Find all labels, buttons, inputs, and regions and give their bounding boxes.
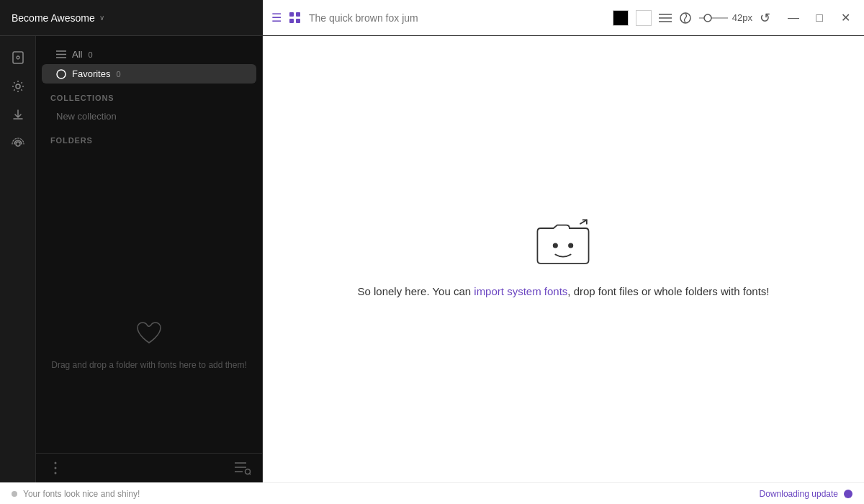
color-swatch-black[interactable] xyxy=(613,10,629,26)
import-system-fonts-link[interactable]: import system fonts xyxy=(474,285,567,297)
sidebar-bottom-bar xyxy=(36,453,262,482)
font-size-value: 42px xyxy=(732,12,752,23)
statusbar: Your fonts look nice and shiny! Download… xyxy=(0,482,864,504)
new-collection-item[interactable]: New collection xyxy=(42,107,256,126)
drag-drop-area: Drag and drop a folder with fonts here t… xyxy=(36,239,262,454)
download-icon-btn[interactable] xyxy=(5,102,31,128)
favorites-label: Favorites xyxy=(72,68,110,79)
swirl-icon[interactable] xyxy=(679,12,692,24)
window-controls: — □ ✕ xyxy=(783,8,855,28)
close-button[interactable]: ✕ xyxy=(835,8,855,28)
empty-folder-icon xyxy=(534,217,592,268)
main-layout: All 0 Favorites 0 COLLECTIONS New collec… xyxy=(0,36,864,482)
maximize-button[interactable]: □ xyxy=(809,8,829,28)
settings-icon-btn[interactable] xyxy=(5,73,31,99)
reset-button[interactable]: ↺ xyxy=(760,10,770,26)
color-swatch-white[interactable] xyxy=(636,10,652,26)
minimize-button[interactable]: — xyxy=(783,8,804,28)
hamburger-icon[interactable]: ☰ xyxy=(271,11,282,24)
svg-point-11 xyxy=(17,56,19,59)
sidebar-item-all[interactable]: All 0 xyxy=(42,45,256,64)
empty-text-before: So lonely here. You can xyxy=(358,285,472,297)
titlebar: Become Awesome ∨ ☰ xyxy=(0,0,864,36)
update-text: Downloading update xyxy=(760,489,838,499)
svg-rect-10 xyxy=(13,52,23,63)
grid-icon[interactable] xyxy=(289,12,302,24)
sidebar-list: All 0 Favorites 0 COLLECTIONS New collec… xyxy=(36,36,262,239)
app-title-area: Become Awesome ∨ xyxy=(0,12,263,24)
status-text: Your fonts look nice and shiny! xyxy=(23,489,140,499)
fonts-icon-btn[interactable] xyxy=(5,45,31,71)
drag-drop-text: Drag and drop a folder with fonts here t… xyxy=(51,359,247,372)
all-badge: 0 xyxy=(88,50,92,59)
svg-point-9 xyxy=(704,14,711,22)
sidebar-icons-column xyxy=(0,36,36,482)
all-label: All xyxy=(72,49,82,60)
empty-state: So lonely here. You can import system fo… xyxy=(358,217,770,301)
preview-text-input[interactable] xyxy=(309,12,606,24)
statusbar-left: Your fonts look nice and shiny! xyxy=(12,489,140,499)
empty-state-text: So lonely here. You can import system fo… xyxy=(358,282,770,301)
svg-rect-1 xyxy=(296,12,300,17)
podcast-icon-btn[interactable] xyxy=(5,131,31,157)
svg-point-17 xyxy=(57,70,66,78)
svg-point-28 xyxy=(569,243,574,248)
title-chevron[interactable]: ∨ xyxy=(99,14,104,22)
statusbar-right[interactable]: Downloading update xyxy=(760,489,852,499)
svg-point-20 xyxy=(55,472,57,474)
svg-line-25 xyxy=(250,474,251,475)
sidebar-item-favorites[interactable]: Favorites 0 xyxy=(42,64,256,84)
svg-rect-3 xyxy=(296,19,300,23)
update-dot-icon xyxy=(844,490,852,498)
main-content: So lonely here. You can import system fo… xyxy=(263,36,864,482)
search-icon-btn[interactable] xyxy=(235,461,251,475)
svg-point-13 xyxy=(16,142,20,146)
sidebar-panel: All 0 Favorites 0 COLLECTIONS New collec… xyxy=(36,36,263,482)
heart-icon xyxy=(135,320,163,351)
svg-point-12 xyxy=(16,84,20,89)
size-slider-container: 42px xyxy=(699,12,752,23)
collections-heading: COLLECTIONS xyxy=(36,84,262,107)
svg-point-19 xyxy=(55,467,57,469)
align-icon[interactable] xyxy=(659,13,672,23)
svg-point-18 xyxy=(55,462,57,464)
favorites-badge: 0 xyxy=(116,70,120,78)
svg-point-27 xyxy=(553,243,558,248)
app-title: Become Awesome xyxy=(12,12,95,24)
svg-rect-2 xyxy=(289,19,294,23)
empty-text-after: , drop font files or whole folders with … xyxy=(567,285,769,297)
toolbar: ☰ xyxy=(263,0,864,35)
svg-rect-0 xyxy=(289,12,294,17)
folders-heading: FOLDERS xyxy=(36,126,262,149)
three-dots-icon[interactable] xyxy=(48,461,63,475)
slider-circle-icon xyxy=(699,13,728,23)
status-dot-icon xyxy=(12,491,17,497)
